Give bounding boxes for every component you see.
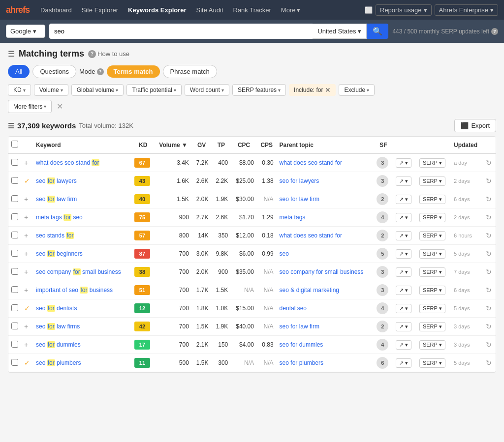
row-checkbox[interactable] (11, 213, 18, 220)
serp-button[interactable]: SERP ▾ (419, 177, 445, 186)
parent-topic-link[interactable]: seo company for small business (280, 268, 364, 275)
nav-keywords-explorer[interactable]: Keywords Explorer (124, 4, 190, 16)
refresh-icon[interactable]: ↻ (486, 304, 492, 312)
row-checkbox[interactable] (11, 177, 18, 184)
filter-volume[interactable]: Volume ▾ (34, 84, 68, 96)
clear-filters-button[interactable]: ✕ (55, 100, 65, 113)
refresh-icon[interactable]: ↻ (486, 177, 492, 185)
keyword-link[interactable]: seo for beginners (36, 250, 83, 257)
keyword-link[interactable]: seo for lawyers (36, 177, 77, 184)
col-volume[interactable]: Volume ▼ (155, 137, 191, 153)
parent-topic-link[interactable]: seo for lawyers (280, 177, 319, 184)
refresh-icon[interactable]: ↻ (486, 268, 492, 276)
phrase-match-tab[interactable]: Phrase match (163, 65, 217, 78)
row-add-button[interactable]: + (24, 286, 28, 294)
parent-topic-link[interactable]: meta tags (280, 214, 306, 221)
refresh-icon[interactable]: ↻ (486, 159, 492, 167)
row-add-button[interactable]: + (24, 341, 28, 349)
terms-match-tab[interactable]: Terms match (107, 65, 160, 78)
serp-button[interactable]: SERP ▾ (419, 267, 445, 277)
search-input[interactable] (49, 24, 313, 39)
keyword-link[interactable]: seo company for small business (36, 268, 121, 275)
trend-button[interactable]: ↗ ▾ (396, 322, 411, 331)
row-checkbox[interactable] (11, 195, 18, 202)
nav-site-audit[interactable]: Site Audit (192, 4, 227, 16)
nav-rank-tracker[interactable]: Rank Tracker (229, 4, 275, 16)
serp-button[interactable]: SERP ▾ (419, 249, 445, 259)
export-button[interactable]: ⬛ Export (454, 119, 496, 132)
keyword-link[interactable]: important of seo for business (36, 287, 113, 294)
keyword-link[interactable]: seo for law firm (36, 196, 77, 203)
nav-dashboard[interactable]: Dashboard (36, 4, 76, 16)
trend-button[interactable]: ↗ ▾ (396, 249, 411, 259)
row-add-button[interactable]: + (24, 195, 28, 203)
row-add-button[interactable]: + (24, 213, 28, 221)
parent-topic-link[interactable]: what does seo stand for (280, 159, 342, 166)
row-checkbox[interactable] (11, 304, 18, 311)
row-add-button[interactable]: + (24, 159, 28, 167)
how-to-use-link[interactable]: ? How to use (88, 50, 129, 58)
serp-button[interactable]: SERP ▾ (419, 213, 445, 222)
country-select[interactable]: United States ▾ (313, 24, 367, 39)
row-checkbox[interactable] (11, 341, 18, 348)
trend-button[interactable]: ↗ ▾ (396, 267, 411, 277)
nav-more[interactable]: More▾ (277, 4, 305, 16)
serp-button[interactable]: SERP ▾ (419, 340, 445, 350)
refresh-icon[interactable]: ↻ (486, 341, 492, 349)
engine-select[interactable]: Google ▾ (6, 25, 45, 38)
row-add-button[interactable]: ✓ (24, 177, 30, 185)
serp-button[interactable]: SERP ▾ (419, 158, 445, 168)
trend-button[interactable]: ↗ ▾ (396, 286, 411, 295)
parent-topic-link[interactable]: seo (280, 250, 289, 257)
serp-button[interactable]: SERP ▾ (419, 195, 445, 204)
serp-button[interactable]: SERP ▾ (419, 286, 445, 295)
close-icon[interactable]: ✕ (325, 86, 331, 94)
tab-all[interactable]: All (8, 65, 30, 78)
trend-button[interactable]: ↗ ▾ (396, 158, 411, 168)
trend-button[interactable]: ↗ ▾ (396, 231, 411, 240)
serp-button[interactable]: SERP ▾ (419, 304, 445, 313)
filter-word-count[interactable]: Word count ▾ (185, 84, 229, 96)
refresh-icon[interactable]: ↻ (486, 213, 492, 221)
keyword-link[interactable]: seo stands for (36, 232, 74, 239)
filter-include-active[interactable]: Include: for ✕ (289, 84, 336, 96)
serp-button[interactable]: SERP ▾ (419, 358, 445, 368)
filter-serp-features[interactable]: SERP features ▾ (232, 84, 286, 96)
row-add-button[interactable]: ✓ (24, 359, 30, 367)
row-checkbox[interactable] (11, 268, 18, 275)
row-checkbox[interactable] (11, 159, 18, 166)
refresh-icon[interactable]: ↻ (486, 359, 492, 367)
trend-button[interactable]: ↗ ▾ (396, 304, 411, 313)
menu-icon[interactable]: ☰ (8, 49, 15, 59)
trend-button[interactable]: ↗ ▾ (396, 177, 411, 186)
filter-exclude[interactable]: Exclude ▾ (339, 84, 375, 96)
row-checkbox[interactable] (11, 232, 18, 238)
filter-more[interactable]: More filters ▾ (8, 100, 52, 113)
serp-button[interactable]: SERP ▾ (419, 322, 445, 331)
reports-usage-button[interactable]: Reports usage ▾ (376, 4, 432, 16)
keyword-link[interactable]: seo for plumbers (36, 359, 81, 366)
row-add-button[interactable]: + (24, 268, 28, 276)
parent-topic-link[interactable]: dental seo (280, 305, 307, 312)
refresh-icon[interactable]: ↻ (486, 286, 492, 294)
select-all-checkbox[interactable] (11, 141, 18, 147)
trend-button[interactable]: ↗ ▾ (396, 213, 411, 222)
row-add-button[interactable]: + (24, 323, 28, 330)
keyword-link[interactable]: meta tags for seo (36, 214, 83, 221)
row-add-button[interactable]: ✓ (24, 304, 30, 312)
parent-topic-link[interactable]: seo for law firm (280, 196, 319, 203)
parent-topic-link[interactable]: seo for plumbers (280, 359, 323, 366)
search-button[interactable]: 🔍 (367, 24, 388, 39)
row-checkbox[interactable] (11, 323, 18, 329)
refresh-icon[interactable]: ↻ (486, 195, 492, 203)
parent-topic-link[interactable]: seo for dummies (280, 341, 323, 348)
parent-topic-link[interactable]: seo for law firm (280, 323, 319, 330)
row-add-button[interactable]: + (24, 250, 28, 258)
row-add-button[interactable]: + (24, 232, 28, 239)
row-checkbox[interactable] (11, 359, 18, 366)
keyword-link[interactable]: seo for dummies (36, 341, 81, 348)
refresh-icon[interactable]: ↻ (486, 323, 492, 330)
trend-button[interactable]: ↗ ▾ (396, 340, 411, 350)
filter-global-volume[interactable]: Global volume ▾ (71, 84, 124, 96)
keyword-link[interactable]: seo for law firms (36, 323, 80, 330)
